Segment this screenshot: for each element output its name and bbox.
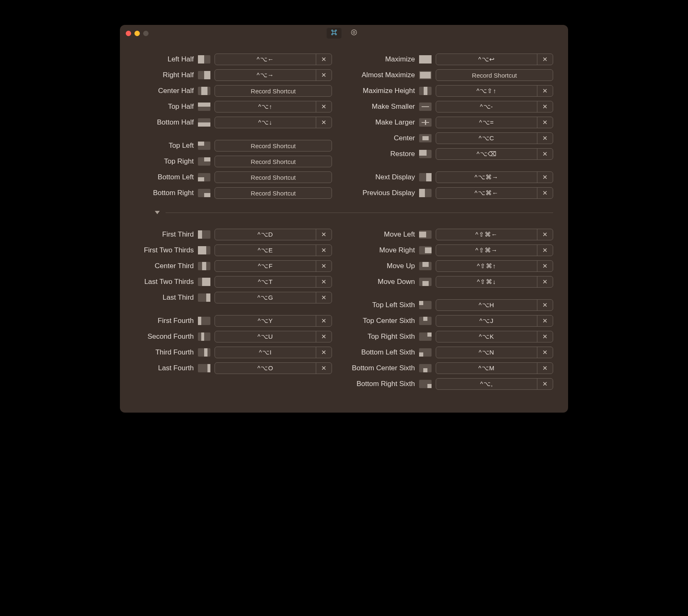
shortcut-row: Bottom Left Sixth^⌥N✕ [349,345,553,360]
clear-shortcut-button[interactable]: ✕ [316,229,332,240]
shortcut-row: Center^⌥C✕ [349,130,553,146]
shortcut-field[interactable]: ^⇧⌘↓✕ [436,276,553,288]
record-shortcut-button[interactable]: Record Shortcut [436,69,553,81]
tab-shortcuts[interactable] [326,27,342,39]
clear-shortcut-button[interactable]: ✕ [316,347,332,358]
shortcut-label: Third Fourth [127,348,194,357]
shortcut-field[interactable]: ^⌥O✕ [215,362,332,374]
top-right-icon [198,157,210,166]
last-third-icon [198,293,210,302]
shortcut-field[interactable]: ^⇧⌘←✕ [436,229,553,240]
shortcut-value: ^⌥← [215,54,316,65]
clear-shortcut-button[interactable]: ✕ [316,292,332,303]
clear-shortcut-button[interactable]: ✕ [316,117,332,128]
shortcut-field[interactable]: ^⌥C✕ [436,132,553,144]
shortcut-value: ^⌥M [436,363,537,374]
shortcut-field[interactable]: ^⌥↑✕ [215,101,332,112]
clear-shortcut-button[interactable]: ✕ [537,86,553,96]
clear-shortcut-button[interactable]: ✕ [537,149,553,159]
shortcut-field[interactable]: ^⌥T✕ [215,276,332,288]
shortcut-field[interactable]: ^⇧⌘↑✕ [436,260,553,272]
record-shortcut-label: Record Shortcut [215,140,332,151]
shortcut-row: Bottom Center Sixth^⌥M✕ [349,360,553,376]
clear-shortcut-button[interactable]: ✕ [537,331,553,342]
clear-shortcut-button[interactable]: ✕ [537,101,553,112]
shortcut-row: Almost MaximizeRecord Shortcut [349,67,553,83]
clear-shortcut-button[interactable]: ✕ [537,261,553,271]
shortcut-field[interactable]: ^⌥E✕ [215,244,332,256]
group-spacer [349,290,553,297]
record-shortcut-button[interactable]: Record Shortcut [215,156,332,167]
clear-shortcut-button[interactable]: ✕ [316,101,332,112]
shortcut-field[interactable]: ^⌥,✕ [436,378,553,390]
clear-shortcut-button[interactable]: ✕ [537,133,553,144]
clear-shortcut-button[interactable]: ✕ [537,363,553,374]
clear-shortcut-button[interactable]: ✕ [537,379,553,389]
shortcut-field[interactable]: ^⌥↩✕ [436,54,553,65]
clear-shortcut-button[interactable]: ✕ [316,331,332,342]
section-divider [120,205,568,217]
shortcut-row: Last Two Thirds^⌥T✕ [127,274,332,290]
br-sixth-icon [419,380,432,388]
clear-shortcut-button[interactable]: ✕ [537,276,553,287]
clear-shortcut-button[interactable]: ✕ [316,363,332,374]
shortcut-field[interactable]: ^⌥Y✕ [215,315,332,327]
clear-shortcut-button[interactable]: ✕ [537,245,553,256]
group-spacer [127,130,332,138]
shortcut-field[interactable]: ^⇧⌘→✕ [436,244,553,256]
clear-shortcut-button[interactable]: ✕ [537,117,553,128]
shortcut-field[interactable]: ^⌥↓✕ [215,117,332,128]
shortcut-field[interactable]: ^⌥H✕ [436,299,553,311]
next-display-icon [419,173,432,181]
clear-shortcut-button[interactable]: ✕ [316,276,332,287]
clear-shortcut-button[interactable]: ✕ [316,261,332,271]
shortcut-label: Second Fourth [127,332,194,341]
shortcut-label: Make Smaller [349,103,415,111]
shortcut-field[interactable]: ^⌥⇧↑✕ [436,85,553,97]
clear-shortcut-button[interactable]: ✕ [316,70,332,81]
record-shortcut-button[interactable]: Record Shortcut [215,171,332,183]
shortcut-field[interactable]: ^⌥-✕ [436,101,553,112]
shortcut-field[interactable]: ^⌥F✕ [215,260,332,272]
record-shortcut-button[interactable]: Record Shortcut [215,187,332,199]
shortcut-field[interactable]: ^⌥M✕ [436,362,553,374]
clear-shortcut-button[interactable]: ✕ [537,229,553,240]
shortcut-value: ^⌥D [215,229,316,240]
shortcut-field[interactable]: ^⌥→✕ [215,69,332,81]
shortcut-field[interactable]: ^⌥U✕ [215,331,332,342]
shortcut-value: ^⌥U [215,331,316,342]
shortcut-field[interactable]: ^⌥N✕ [436,347,553,358]
shortcut-field[interactable]: ^⌥←✕ [215,54,332,65]
clear-shortcut-button[interactable]: ✕ [537,188,553,198]
shortcut-field[interactable]: ^⌥⌘←✕ [436,187,553,199]
tab-settings[interactable] [346,27,362,39]
clear-shortcut-button[interactable]: ✕ [316,315,332,326]
second-fourth-icon [198,332,210,341]
shortcut-row: Maximize Height^⌥⇧↑✕ [349,83,553,99]
clear-shortcut-button[interactable]: ✕ [316,54,332,65]
shortcut-value: ^⌥T [215,276,316,287]
clear-shortcut-button[interactable]: ✕ [316,245,332,256]
shortcut-field[interactable]: ^⌥G✕ [215,292,332,303]
shortcut-value: ^⌥↩ [436,54,537,65]
clear-shortcut-button[interactable]: ✕ [537,172,553,183]
shortcut-value: ^⇧⌘← [436,229,537,240]
clear-shortcut-button[interactable]: ✕ [537,315,553,326]
record-shortcut-button[interactable]: Record Shortcut [215,85,332,97]
clear-shortcut-button[interactable]: ✕ [537,347,553,358]
shortcut-label: Next Display [349,173,415,181]
shortcut-field[interactable]: ^⌥⌘→✕ [436,171,553,183]
shortcut-field[interactable]: ^⌥I✕ [215,347,332,358]
clear-shortcut-button[interactable]: ✕ [537,54,553,65]
disclosure-triangle-icon[interactable] [155,211,160,214]
record-shortcut-button[interactable]: Record Shortcut [215,140,332,152]
shortcut-field[interactable]: ^⌥⌫✕ [436,148,553,160]
shortcut-row: Move Up^⇧⌘↑✕ [349,258,553,274]
third-fourth-icon [198,348,210,357]
shortcut-field[interactable]: ^⌥K✕ [436,331,553,342]
shortcut-field[interactable]: ^⌥J✕ [436,315,553,327]
shortcut-field[interactable]: ^⌥=✕ [436,117,553,128]
shortcut-field[interactable]: ^⌥D✕ [215,229,332,240]
shortcut-row: Move Right^⇧⌘→✕ [349,242,553,258]
clear-shortcut-button[interactable]: ✕ [537,300,553,310]
